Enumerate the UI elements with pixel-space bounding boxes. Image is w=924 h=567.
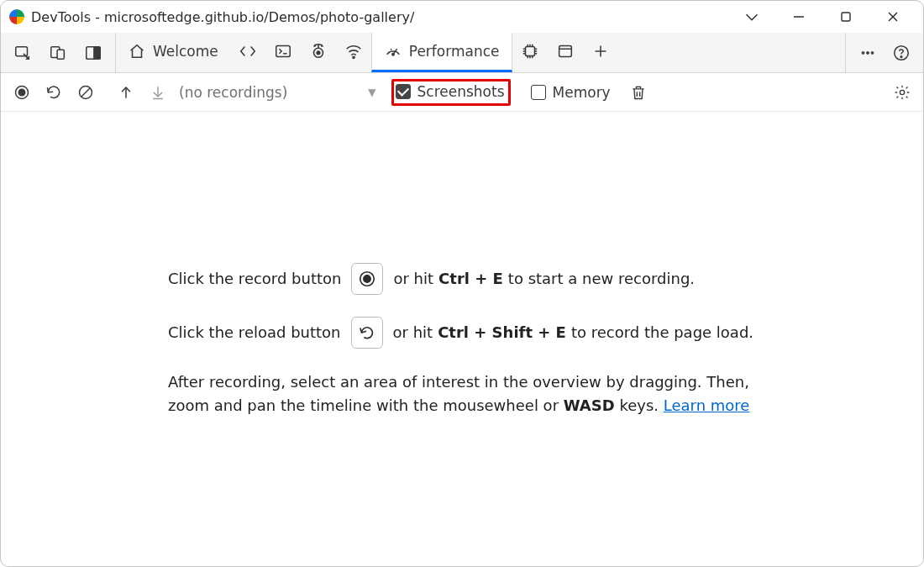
tab-console[interactable] bbox=[265, 33, 301, 72]
recording-dropdown[interactable]: (no recordings) ▼ bbox=[179, 84, 376, 101]
after-kbd: WASD bbox=[564, 396, 615, 414]
tab-welcome[interactable]: Welcome bbox=[116, 33, 230, 72]
tab-elements[interactable] bbox=[230, 33, 265, 72]
instruction-record-row: Click the record button or hit Ctrl + E … bbox=[168, 263, 756, 295]
memory-checkbox[interactable]: Memory bbox=[526, 82, 616, 102]
svg-point-37 bbox=[862, 51, 864, 54]
record-shortcut: Ctrl + E bbox=[438, 267, 503, 291]
svg-point-43 bbox=[18, 89, 25, 96]
tabstrip-left-controls bbox=[1, 33, 116, 72]
device-emulation-icon[interactable] bbox=[43, 38, 73, 68]
tab-performance[interactable]: Performance bbox=[371, 33, 512, 72]
inspect-element-icon[interactable] bbox=[8, 38, 38, 68]
window-system-buttons bbox=[733, 3, 923, 30]
svg-rect-8 bbox=[94, 46, 100, 59]
svg-line-45 bbox=[81, 88, 90, 97]
svg-rect-9 bbox=[276, 46, 291, 57]
record-post-a: or hit bbox=[393, 267, 433, 291]
instruction-after-row: After recording, select an area of inter… bbox=[168, 370, 756, 417]
reload-icon-inline bbox=[351, 317, 383, 349]
svg-point-41 bbox=[900, 55, 902, 57]
app-icon bbox=[9, 9, 24, 24]
reload-record-button[interactable] bbox=[39, 78, 68, 107]
reload-post-b: to record the page load. bbox=[571, 321, 753, 344]
tabs-list: Welcome Performance bbox=[116, 33, 618, 72]
devtools-window: DevTools - microsoftedge.github.io/Demos… bbox=[0, 0, 924, 567]
screenshots-checkbox[interactable]: Screenshots bbox=[391, 79, 511, 106]
svg-point-39 bbox=[871, 51, 874, 54]
svg-point-15 bbox=[353, 56, 354, 58]
svg-rect-6 bbox=[57, 50, 64, 59]
window-title: DevTools - microsoftedge.github.io/Demos… bbox=[31, 9, 733, 25]
garbage-collect-button[interactable] bbox=[624, 78, 653, 107]
settings-gear-icon[interactable] bbox=[888, 78, 916, 107]
checkbox-unchecked-icon bbox=[531, 85, 546, 100]
dock-side-icon[interactable] bbox=[78, 38, 108, 68]
window-titlebar: DevTools - microsoftedge.github.io/Demos… bbox=[1, 1, 923, 33]
svg-line-17 bbox=[388, 52, 389, 53]
clear-button[interactable] bbox=[71, 78, 100, 107]
svg-rect-33 bbox=[559, 46, 571, 57]
after-text-a: After recording, select an area of inter… bbox=[168, 373, 749, 414]
screenshots-label: Screenshots bbox=[417, 83, 505, 100]
download-button[interactable] bbox=[144, 78, 172, 107]
record-button[interactable] bbox=[8, 78, 36, 107]
chevron-down-icon[interactable] bbox=[733, 3, 770, 30]
tab-network[interactable] bbox=[336, 33, 371, 72]
checkbox-checked-icon bbox=[396, 84, 411, 99]
close-button[interactable] bbox=[874, 3, 911, 30]
tab-performance-label: Performance bbox=[409, 43, 500, 60]
svg-point-19 bbox=[392, 53, 394, 55]
record-post-b: to start a new recording. bbox=[508, 267, 695, 291]
reload-shortcut: Ctrl + Shift + E bbox=[438, 321, 566, 344]
svg-rect-4 bbox=[16, 46, 28, 55]
tab-welcome-label: Welcome bbox=[153, 43, 218, 60]
performance-empty-state: Click the record button or hit Ctrl + E … bbox=[1, 112, 923, 566]
tab-add[interactable] bbox=[583, 33, 618, 72]
minimize-button[interactable] bbox=[780, 3, 817, 30]
upload-button[interactable] bbox=[112, 78, 140, 107]
dropdown-triangle-icon: ▼ bbox=[368, 87, 375, 98]
instruction-reload-row: Click the reload button or hit Ctrl + Sh… bbox=[168, 317, 756, 349]
maximize-button[interactable] bbox=[827, 3, 864, 30]
svg-line-18 bbox=[391, 49, 391, 50]
record-icon-inline bbox=[351, 263, 383, 295]
svg-rect-20 bbox=[525, 47, 534, 56]
performance-toolbar: (no recordings) ▼ Screenshots Memory bbox=[1, 73, 923, 112]
svg-point-38 bbox=[867, 51, 869, 54]
reload-pre-text: Click the reload button bbox=[168, 321, 341, 344]
instructions: Click the record button or hit Ctrl + E … bbox=[168, 263, 756, 439]
tab-sources[interactable] bbox=[301, 33, 336, 72]
tabstrip-right-controls bbox=[845, 33, 923, 72]
svg-rect-1 bbox=[842, 13, 850, 21]
svg-point-53 bbox=[364, 276, 370, 282]
more-tools-icon[interactable] bbox=[853, 38, 883, 68]
reload-post-a: or hit bbox=[393, 321, 433, 344]
record-pre-text: Click the record button bbox=[168, 267, 341, 291]
recording-dropdown-label: (no recordings) bbox=[179, 84, 287, 101]
svg-point-51 bbox=[900, 90, 904, 94]
tab-memory[interactable] bbox=[512, 33, 548, 72]
tab-application[interactable] bbox=[548, 33, 583, 72]
memory-label: Memory bbox=[553, 84, 611, 101]
devtools-tabstrip: Welcome Performance bbox=[1, 33, 923, 73]
help-icon[interactable] bbox=[886, 38, 916, 68]
svg-point-12 bbox=[317, 51, 320, 55]
learn-more-link[interactable]: Learn more bbox=[664, 396, 750, 414]
after-text-b: keys. bbox=[619, 396, 659, 414]
